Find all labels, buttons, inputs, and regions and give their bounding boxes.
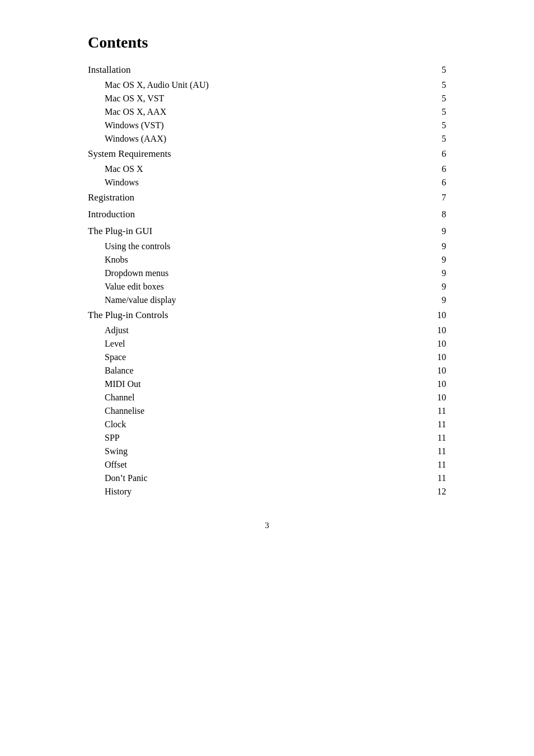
- toc-label: Clock: [105, 419, 429, 430]
- toc-entry: Space10: [88, 351, 446, 364]
- toc-entry: Windows (VST)5: [88, 119, 446, 132]
- toc-entry: Mac OS X, AAX5: [88, 105, 446, 119]
- toc-label: System Requirements: [88, 148, 429, 160]
- toc-page: 9: [429, 295, 446, 305]
- toc-label: Space: [105, 352, 429, 362]
- toc-page: 5: [429, 65, 446, 75]
- toc-label: Mac OS X: [105, 164, 429, 174]
- toc-entry: Windows (AAX)5: [88, 132, 446, 146]
- toc-entry: SPP11: [88, 431, 446, 445]
- toc-label: Channelise: [105, 406, 429, 416]
- toc-entry: System Requirements6: [88, 146, 446, 162]
- toc-label: MIDI Out: [105, 379, 429, 389]
- toc-entry: Registration7: [88, 189, 446, 206]
- toc-page: 10: [429, 379, 446, 389]
- toc-page: 5: [429, 80, 446, 90]
- toc-page: 9: [429, 241, 446, 251]
- toc-entry: Knobs9: [88, 253, 446, 267]
- toc-page: 11: [429, 460, 446, 470]
- toc-page: 11: [429, 433, 446, 443]
- toc-page: 6: [429, 164, 446, 174]
- toc-page: 5: [429, 107, 446, 117]
- toc-label: Windows (VST): [105, 120, 429, 130]
- toc-label: SPP: [105, 433, 429, 443]
- toc-page: 9: [429, 255, 446, 265]
- toc-label: Mac OS X, Audio Unit (AU): [105, 80, 429, 90]
- toc-entry: Windows6: [88, 176, 446, 189]
- toc-label: Name/value display: [105, 295, 429, 305]
- toc-page: 9: [429, 226, 446, 236]
- toc-page: 11: [429, 419, 446, 430]
- toc-page: 6: [429, 178, 446, 188]
- toc-page: 5: [429, 120, 446, 130]
- toc-label: Mac OS X, AAX: [105, 107, 429, 117]
- toc-entry: Mac OS X, Audio Unit (AU)5: [88, 78, 446, 92]
- toc-label: Registration: [88, 192, 429, 203]
- toc-page: 10: [429, 339, 446, 349]
- toc-label: Introduction: [88, 209, 429, 220]
- toc-label: The Plug-in Controls: [88, 310, 429, 321]
- toc-label: Level: [105, 339, 429, 349]
- toc-page: 7: [429, 193, 446, 203]
- toc-entry: Offset11: [88, 458, 446, 472]
- toc-entry: Balance10: [88, 364, 446, 377]
- toc-label: Mac OS X, VST: [105, 94, 429, 104]
- toc-page: 12: [429, 487, 446, 497]
- toc-page: 10: [429, 325, 446, 335]
- toc-page: 11: [429, 406, 446, 416]
- page-title: Contents: [88, 34, 446, 52]
- toc-label: Windows (AAX): [105, 134, 429, 144]
- toc-page: 11: [429, 473, 446, 483]
- toc-label: Value edit boxes: [105, 282, 429, 292]
- toc-label: The Plug-in GUI: [88, 226, 429, 237]
- toc-entry: Level10: [88, 337, 446, 351]
- toc-entry: Swing11: [88, 445, 446, 458]
- toc-container: Installation5Mac OS X, Audio Unit (AU)5M…: [88, 62, 446, 498]
- toc-entry: Installation5: [88, 62, 446, 78]
- toc-entry: The Plug-in Controls10: [88, 307, 446, 324]
- toc-label: Dropdown menus: [105, 268, 429, 278]
- toc-label: Swing: [105, 446, 429, 456]
- toc-entry: History12: [88, 485, 446, 498]
- toc-page: 10: [429, 352, 446, 362]
- toc-entry: Value edit boxes9: [88, 280, 446, 293]
- page: Contents Installation5Mac OS X, Audio Un…: [77, 0, 457, 756]
- toc-entry: Channelise11: [88, 404, 446, 418]
- toc-label: Using the controls: [105, 241, 429, 251]
- toc-entry: Clock11: [88, 418, 446, 431]
- toc-entry: The Plug-in GUI9: [88, 223, 446, 240]
- toc-label: Don’t Panic: [105, 473, 429, 483]
- toc-page: 9: [429, 282, 446, 292]
- toc-label: Channel: [105, 393, 429, 403]
- toc-page: 10: [429, 366, 446, 376]
- toc-label: Windows: [105, 178, 429, 188]
- toc-label: Installation: [88, 64, 429, 76]
- toc-entry: Mac OS X, VST5: [88, 92, 446, 105]
- page-number: 3: [88, 521, 446, 530]
- toc-entry: Dropdown menus9: [88, 267, 446, 280]
- toc-entry: Adjust10: [88, 324, 446, 337]
- toc-entry: Channel10: [88, 391, 446, 404]
- toc-label: History: [105, 487, 429, 497]
- toc-label: Knobs: [105, 255, 429, 265]
- toc-label: Adjust: [105, 325, 429, 335]
- toc-label: Balance: [105, 366, 429, 376]
- toc-page: 6: [429, 149, 446, 159]
- toc-page: 5: [429, 94, 446, 104]
- toc-page: 5: [429, 134, 446, 144]
- toc-page: 9: [429, 268, 446, 278]
- toc-page: 8: [429, 209, 446, 220]
- toc-entry: Mac OS X6: [88, 162, 446, 176]
- toc-page: 10: [429, 310, 446, 320]
- toc-entry: Name/value display9: [88, 293, 446, 307]
- toc-entry: Introduction8: [88, 206, 446, 223]
- toc-label: Offset: [105, 460, 429, 470]
- toc-entry: Don’t Panic11: [88, 472, 446, 485]
- toc-entry: Using the controls9: [88, 240, 446, 253]
- toc-page: 11: [429, 446, 446, 456]
- toc-page: 10: [429, 393, 446, 403]
- toc-entry: MIDI Out10: [88, 377, 446, 391]
